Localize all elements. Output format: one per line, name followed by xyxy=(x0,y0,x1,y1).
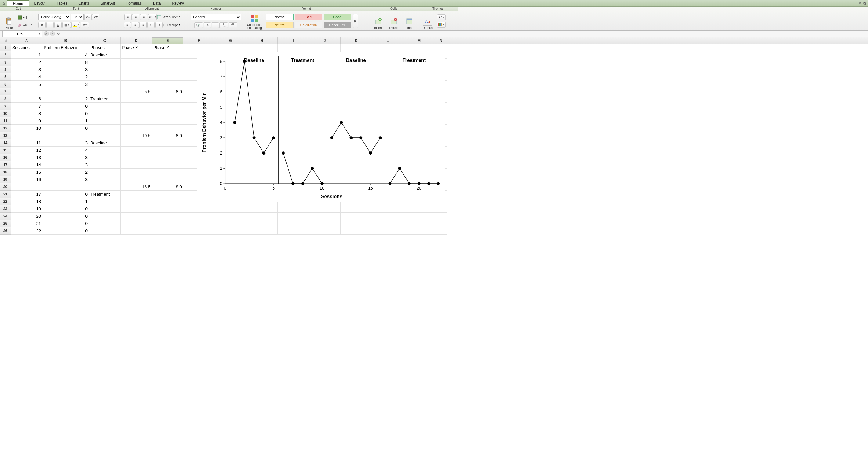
tab-home[interactable]: Home xyxy=(7,0,29,6)
row-header[interactable]: 22 xyxy=(0,198,11,205)
cell-A1[interactable]: Sessions xyxy=(11,44,42,51)
cell-L25[interactable] xyxy=(372,220,403,227)
cell-D17[interactable] xyxy=(121,161,152,169)
cell-D7[interactable]: 5.5 xyxy=(121,88,152,95)
cell-D10[interactable] xyxy=(121,110,152,117)
cell-J23[interactable] xyxy=(309,205,341,213)
cell-K25[interactable] xyxy=(341,220,372,227)
cell-E16[interactable] xyxy=(152,154,183,161)
cell-E4[interactable] xyxy=(152,66,183,73)
cell-B7[interactable] xyxy=(42,88,89,95)
column-header-F[interactable]: F xyxy=(183,37,215,44)
cell-F26[interactable] xyxy=(183,227,215,235)
cell-D12[interactable] xyxy=(121,125,152,132)
row-header[interactable]: 4 xyxy=(0,66,11,73)
cell-E9[interactable] xyxy=(152,102,183,110)
cell-A8[interactable]: 6 xyxy=(11,95,42,102)
cell-D20[interactable]: 16.5 xyxy=(121,183,152,190)
style-bad[interactable]: Bad xyxy=(295,14,322,21)
cell-N23[interactable] xyxy=(435,205,447,213)
themes-button[interactable]: Aa Themes xyxy=(420,12,435,30)
select-all-corner[interactable] xyxy=(0,37,11,44)
cell-B24[interactable]: 0 xyxy=(42,213,89,220)
cell-B3[interactable]: 8 xyxy=(42,59,89,66)
cell-A14[interactable]: 11 xyxy=(11,139,42,147)
tab-charts[interactable]: Charts xyxy=(73,0,95,6)
decrease-decimal-button[interactable]: .00.0 xyxy=(228,22,237,28)
cell-K23[interactable] xyxy=(341,205,372,213)
cell-K26[interactable] xyxy=(341,227,372,235)
cell-E12[interactable] xyxy=(152,125,183,132)
cell-A7[interactable] xyxy=(11,88,42,95)
cell-E14[interactable] xyxy=(152,139,183,147)
cell-D14[interactable] xyxy=(121,139,152,147)
cell-C17[interactable] xyxy=(89,161,121,169)
column-header-E[interactable]: E xyxy=(152,37,183,44)
cell-B20[interactable] xyxy=(42,183,89,190)
row-header[interactable]: 24 xyxy=(0,213,11,220)
cell-M1[interactable] xyxy=(403,44,435,51)
cell-B14[interactable]: 3 xyxy=(42,139,89,147)
cell-styles-gallery[interactable]: Normal Bad Good Neutral Calculation Chec… xyxy=(266,14,351,28)
accept-formula-icon[interactable]: ✓ xyxy=(50,31,55,36)
column-header-D[interactable]: D xyxy=(121,37,152,44)
cell-G23[interactable] xyxy=(215,205,246,213)
cell-I23[interactable] xyxy=(278,205,309,213)
cell-J26[interactable] xyxy=(309,227,341,235)
cell-J24[interactable] xyxy=(309,213,341,220)
cell-C25[interactable] xyxy=(89,220,121,227)
comma-button[interactable]: , xyxy=(212,22,219,28)
theme-fonts-button[interactable]: Aa xyxy=(437,14,445,21)
cell-H1[interactable] xyxy=(246,44,278,51)
column-header-B[interactable]: B xyxy=(42,37,89,44)
cell-M23[interactable] xyxy=(403,205,435,213)
row-header[interactable]: 7 xyxy=(0,88,11,95)
cell-E6[interactable] xyxy=(152,81,183,88)
style-check-cell[interactable]: Check Cell xyxy=(323,22,351,28)
increase-indent-button[interactable]: ⇥ xyxy=(155,22,163,28)
formula-input[interactable] xyxy=(61,31,868,37)
cell-F24[interactable] xyxy=(183,213,215,220)
cell-A13[interactable] xyxy=(11,132,42,139)
cell-N25[interactable] xyxy=(435,220,447,227)
cell-I25[interactable] xyxy=(278,220,309,227)
row-header[interactable]: 11 xyxy=(0,117,11,125)
row-header[interactable]: 12 xyxy=(0,125,11,132)
delete-cells-button[interactable]: Delete xyxy=(387,12,400,30)
tab-smartart[interactable]: SmartArt xyxy=(95,0,121,6)
cell-K1[interactable] xyxy=(341,44,372,51)
cell-E19[interactable] xyxy=(152,176,183,183)
cell-M24[interactable] xyxy=(403,213,435,220)
decrease-indent-button[interactable]: ⇤ xyxy=(147,22,155,28)
tab-data[interactable]: Data xyxy=(147,0,166,6)
number-format-select[interactable]: General xyxy=(191,14,241,21)
cell-A17[interactable]: 14 xyxy=(11,161,42,169)
cell-B23[interactable]: 0 xyxy=(42,205,89,213)
row-header[interactable]: 20 xyxy=(0,183,11,190)
cell-C11[interactable] xyxy=(89,117,121,125)
borders-button[interactable]: ▦ xyxy=(62,22,71,28)
cell-E10[interactable] xyxy=(152,110,183,117)
cell-A12[interactable]: 10 xyxy=(11,125,42,132)
font-color-button[interactable]: A xyxy=(81,22,89,28)
cell-B17[interactable]: 3 xyxy=(42,161,89,169)
cell-D9[interactable] xyxy=(121,102,152,110)
cell-D23[interactable] xyxy=(121,205,152,213)
cell-C16[interactable] xyxy=(89,154,121,161)
cell-E8[interactable] xyxy=(152,95,183,102)
cell-E17[interactable] xyxy=(152,161,183,169)
column-header-N[interactable]: N xyxy=(435,37,447,44)
cell-C13[interactable] xyxy=(89,132,121,139)
cell-D15[interactable] xyxy=(121,147,152,154)
cell-E7[interactable]: 8.9 xyxy=(152,88,183,95)
cell-A15[interactable]: 12 xyxy=(11,147,42,154)
cell-A21[interactable]: 17 xyxy=(11,190,42,198)
cell-A19[interactable]: 16 xyxy=(11,176,42,183)
cell-B15[interactable]: 4 xyxy=(42,147,89,154)
cell-B6[interactable]: 3 xyxy=(42,81,89,88)
format-cells-button[interactable]: Format xyxy=(403,12,416,30)
column-header-A[interactable]: A xyxy=(11,37,42,44)
row-header[interactable]: 10 xyxy=(0,110,11,117)
row-header[interactable]: 16 xyxy=(0,154,11,161)
cell-A10[interactable]: 8 xyxy=(11,110,42,117)
